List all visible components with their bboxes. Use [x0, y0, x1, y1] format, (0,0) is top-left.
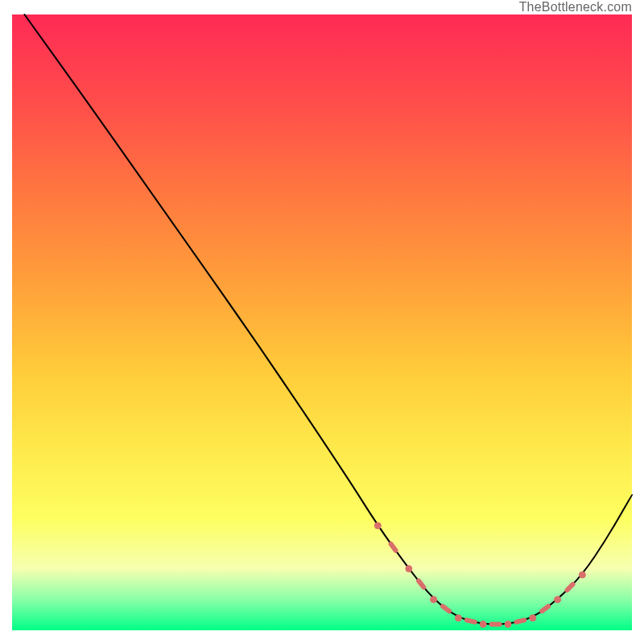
gradient-plot-background [12, 14, 632, 630]
watermark-label: TheBottleneck.com [519, 0, 632, 14]
chart-container: TheBottleneck.com [0, 0, 644, 644]
